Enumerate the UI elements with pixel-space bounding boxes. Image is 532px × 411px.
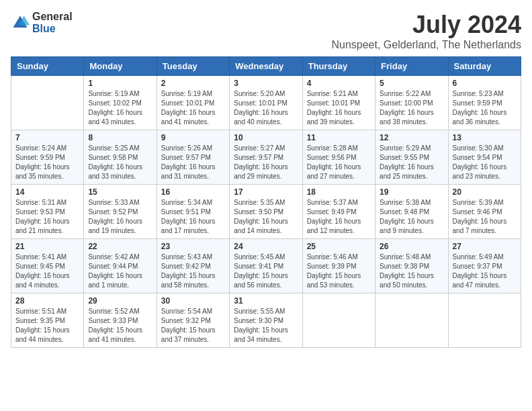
calendar-cell (375, 293, 448, 348)
calendar-cell (448, 293, 521, 348)
logo-general: General (32, 11, 73, 23)
calendar-cell: 3Sunrise: 5:20 AM Sunset: 10:01 PM Dayli… (230, 76, 302, 130)
day-number: 13 (453, 133, 517, 142)
day-number: 10 (234, 133, 298, 142)
location-title: Nunspeet, Gelderland, The Netherlands (331, 39, 521, 51)
day-info: Sunrise: 5:26 AM Sunset: 9:57 PM Dayligh… (161, 144, 225, 181)
calendar-cell: 15Sunrise: 5:33 AM Sunset: 9:52 PM Dayli… (84, 185, 157, 239)
day-number: 23 (161, 242, 225, 251)
calendar-week-row: 28Sunrise: 5:51 AM Sunset: 9:35 PM Dayli… (11, 293, 521, 348)
day-info: Sunrise: 5:19 AM Sunset: 10:02 PM Daylig… (88, 89, 152, 127)
calendar-cell: 10Sunrise: 5:27 AM Sunset: 9:57 PM Dayli… (230, 130, 302, 185)
day-number: 22 (88, 242, 152, 251)
logo-text: General Blue (32, 11, 73, 34)
calendar-cell: 9Sunrise: 5:26 AM Sunset: 9:57 PM Daylig… (157, 130, 229, 185)
calendar-cell: 13Sunrise: 5:30 AM Sunset: 9:54 PM Dayli… (448, 130, 521, 185)
calendar-cell: 18Sunrise: 5:37 AM Sunset: 9:49 PM Dayli… (302, 185, 375, 239)
day-info: Sunrise: 5:33 AM Sunset: 9:52 PM Dayligh… (88, 198, 152, 236)
calendar-cell: 21Sunrise: 5:41 AM Sunset: 9:45 PM Dayli… (11, 239, 84, 293)
day-number: 27 (453, 242, 517, 251)
day-number: 18 (307, 187, 371, 197)
calendar-week-row: 7Sunrise: 5:24 AM Sunset: 9:59 PM Daylig… (11, 130, 521, 185)
logo: General Blue (11, 11, 73, 34)
day-info: Sunrise: 5:54 AM Sunset: 9:32 PM Dayligh… (161, 307, 225, 345)
day-number: 16 (161, 187, 225, 197)
day-number: 3 (234, 79, 298, 88)
day-number: 11 (307, 133, 371, 142)
day-number: 17 (234, 187, 298, 197)
calendar-cell: 4Sunrise: 5:21 AM Sunset: 10:01 PM Dayli… (302, 76, 375, 130)
weekday-header: Sunday (11, 57, 84, 76)
day-info: Sunrise: 5:31 AM Sunset: 9:53 PM Dayligh… (15, 198, 79, 236)
day-number: 1 (88, 79, 152, 88)
calendar-cell: 6Sunrise: 5:23 AM Sunset: 9:59 PM Daylig… (448, 76, 521, 130)
day-number: 28 (15, 296, 79, 306)
logo-icon (11, 13, 30, 32)
title-area: July 2024 Nunspeet, Gelderland, The Neth… (331, 11, 521, 51)
day-info: Sunrise: 5:28 AM Sunset: 9:56 PM Dayligh… (307, 144, 371, 181)
day-info: Sunrise: 5:20 AM Sunset: 10:01 PM Daylig… (234, 89, 298, 127)
day-number: 14 (15, 187, 79, 197)
calendar-cell: 25Sunrise: 5:46 AM Sunset: 9:39 PM Dayli… (302, 239, 375, 293)
day-info: Sunrise: 5:27 AM Sunset: 9:57 PM Dayligh… (234, 144, 298, 181)
calendar-cell: 28Sunrise: 5:51 AM Sunset: 9:35 PM Dayli… (11, 293, 84, 348)
day-info: Sunrise: 5:35 AM Sunset: 9:50 PM Dayligh… (234, 198, 298, 236)
calendar-week-row: 14Sunrise: 5:31 AM Sunset: 9:53 PM Dayli… (11, 185, 521, 239)
day-info: Sunrise: 5:48 AM Sunset: 9:38 PM Dayligh… (380, 253, 443, 290)
day-info: Sunrise: 5:51 AM Sunset: 9:35 PM Dayligh… (15, 307, 79, 345)
day-number: 5 (380, 79, 443, 88)
calendar-cell: 30Sunrise: 5:54 AM Sunset: 9:32 PM Dayli… (157, 293, 229, 348)
day-info: Sunrise: 5:30 AM Sunset: 9:54 PM Dayligh… (453, 144, 517, 181)
day-info: Sunrise: 5:49 AM Sunset: 9:37 PM Dayligh… (453, 253, 517, 290)
weekday-header: Monday (84, 57, 157, 76)
day-info: Sunrise: 5:25 AM Sunset: 9:58 PM Dayligh… (88, 144, 152, 181)
day-number: 20 (453, 187, 517, 197)
calendar-cell: 7Sunrise: 5:24 AM Sunset: 9:59 PM Daylig… (11, 130, 84, 185)
calendar-cell: 22Sunrise: 5:42 AM Sunset: 9:44 PM Dayli… (84, 239, 157, 293)
weekday-header: Saturday (448, 57, 521, 76)
calendar-week-row: 1Sunrise: 5:19 AM Sunset: 10:02 PM Dayli… (11, 76, 521, 130)
day-info: Sunrise: 5:41 AM Sunset: 9:45 PM Dayligh… (15, 253, 79, 290)
calendar-cell: 29Sunrise: 5:52 AM Sunset: 9:33 PM Dayli… (84, 293, 157, 348)
day-info: Sunrise: 5:46 AM Sunset: 9:39 PM Dayligh… (307, 253, 371, 290)
day-number: 7 (15, 133, 79, 142)
day-number: 8 (88, 133, 152, 142)
day-number: 29 (88, 296, 152, 306)
day-number: 31 (234, 296, 298, 306)
day-info: Sunrise: 5:55 AM Sunset: 9:30 PM Dayligh… (234, 307, 298, 345)
month-title: July 2024 (331, 11, 521, 39)
calendar-cell: 1Sunrise: 5:19 AM Sunset: 10:02 PM Dayli… (84, 76, 157, 130)
day-info: Sunrise: 5:39 AM Sunset: 9:46 PM Dayligh… (453, 198, 517, 236)
day-info: Sunrise: 5:24 AM Sunset: 9:59 PM Dayligh… (15, 144, 79, 181)
day-info: Sunrise: 5:37 AM Sunset: 9:49 PM Dayligh… (307, 198, 371, 236)
day-number: 30 (161, 296, 225, 306)
calendar-table: SundayMondayTuesdayWednesdayThursdayFrid… (11, 56, 521, 348)
calendar-cell: 20Sunrise: 5:39 AM Sunset: 9:46 PM Dayli… (448, 185, 521, 239)
day-number: 9 (161, 133, 225, 142)
calendar-cell (302, 293, 375, 348)
weekday-header: Thursday (302, 57, 375, 76)
weekday-header: Tuesday (157, 57, 229, 76)
day-number: 19 (380, 187, 443, 197)
day-number: 26 (380, 242, 443, 251)
day-info: Sunrise: 5:43 AM Sunset: 9:42 PM Dayligh… (161, 253, 225, 290)
calendar-cell: 26Sunrise: 5:48 AM Sunset: 9:38 PM Dayli… (375, 239, 448, 293)
weekday-header: Friday (375, 57, 448, 76)
day-info: Sunrise: 5:21 AM Sunset: 10:01 PM Daylig… (307, 89, 371, 127)
calendar-cell: 12Sunrise: 5:29 AM Sunset: 9:55 PM Dayli… (375, 130, 448, 185)
calendar-cell: 31Sunrise: 5:55 AM Sunset: 9:30 PM Dayli… (230, 293, 302, 348)
calendar-cell: 23Sunrise: 5:43 AM Sunset: 9:42 PM Dayli… (157, 239, 229, 293)
day-info: Sunrise: 5:22 AM Sunset: 10:00 PM Daylig… (380, 89, 443, 127)
calendar-cell: 16Sunrise: 5:34 AM Sunset: 9:51 PM Dayli… (157, 185, 229, 239)
logo-blue: Blue (32, 23, 73, 35)
day-info: Sunrise: 5:19 AM Sunset: 10:01 PM Daylig… (161, 89, 225, 127)
calendar-cell: 27Sunrise: 5:49 AM Sunset: 9:37 PM Dayli… (448, 239, 521, 293)
day-number: 2 (161, 79, 225, 88)
day-number: 12 (380, 133, 443, 142)
day-info: Sunrise: 5:42 AM Sunset: 9:44 PM Dayligh… (88, 253, 152, 290)
day-number: 15 (88, 187, 152, 197)
day-info: Sunrise: 5:29 AM Sunset: 9:55 PM Dayligh… (380, 144, 443, 181)
calendar-week-row: 21Sunrise: 5:41 AM Sunset: 9:45 PM Dayli… (11, 239, 521, 293)
calendar-cell: 24Sunrise: 5:45 AM Sunset: 9:41 PM Dayli… (230, 239, 302, 293)
weekday-header: Wednesday (230, 57, 302, 76)
